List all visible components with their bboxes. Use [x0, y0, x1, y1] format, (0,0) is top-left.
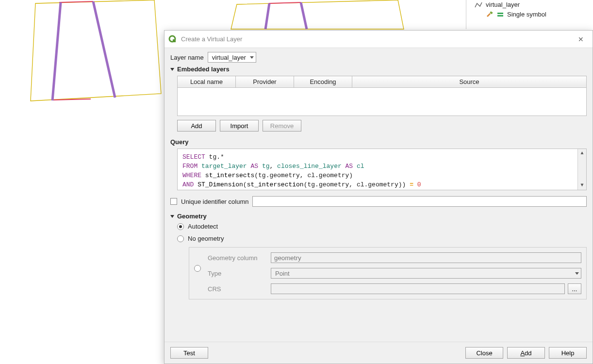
- svg-rect-2: [497, 15, 503, 17]
- paintbrush-icon: [486, 10, 494, 18]
- sql-kw: SELECT: [182, 153, 205, 161]
- layer-name-row: Layer name virtual_layer: [170, 52, 587, 63]
- radio-autodetect-label: Autodetect: [188, 223, 218, 230]
- layer-name: virtual_layer: [486, 1, 520, 8]
- geom-crs-label: CRS: [208, 285, 266, 293]
- scroll-up-icon[interactable]: ▲: [578, 149, 586, 158]
- test-button[interactable]: Test: [170, 347, 208, 359]
- col-source[interactable]: Source: [352, 76, 587, 88]
- crs-browse-button[interactable]: ...: [568, 283, 581, 294]
- layer-style-row[interactable]: Single symbol: [466, 9, 593, 19]
- help-button[interactable]: Help: [549, 347, 587, 359]
- edge-highlight-1: [59, 1, 93, 2]
- edge-highlight-2: [269, 2, 301, 3]
- layer-style-label: Single symbol: [507, 11, 546, 18]
- layer-name-label: Layer name: [170, 54, 204, 61]
- section-embedded-layers[interactable]: Embedded layers: [170, 66, 587, 73]
- dialog-title: Create a Virtual Layer: [181, 35, 573, 43]
- embedded-table-body[interactable]: [177, 88, 587, 116]
- section-label: Geometry: [177, 213, 207, 220]
- sql-func: st_intersects: [205, 172, 254, 179]
- sql-kw: AS: [250, 163, 258, 170]
- scroll-down-icon[interactable]: ▼: [578, 181, 586, 190]
- uic-checkbox[interactable]: [170, 198, 177, 205]
- polygon-2: [231, 0, 404, 29]
- sql-func: ST_Dimension: [198, 181, 243, 188]
- section-geometry[interactable]: Geometry: [170, 213, 587, 220]
- purple-line-1a: [52, 2, 61, 100]
- sql-kw: AS: [346, 163, 353, 170]
- sql-ident: cl: [357, 163, 364, 170]
- single-symbol-icon: [496, 11, 504, 18]
- section-label: Embedded layers: [177, 66, 230, 73]
- sql-kw: AND: [182, 181, 194, 188]
- dialog-footer: Test Close Add Help: [165, 342, 593, 364]
- uic-input[interactable]: [252, 196, 587, 207]
- sql-ident: closes_line_layer: [277, 163, 342, 170]
- col-encoding[interactable]: Encoding: [294, 76, 352, 88]
- layers-panel[interactable]: virtual_layer Single symbol: [466, 0, 593, 29]
- layer-name-value: virtual_layer: [212, 54, 246, 61]
- layer-name-dropdown[interactable]: virtual_layer: [208, 52, 256, 63]
- svg-rect-1: [497, 13, 503, 14]
- geom-col-input[interactable]: [271, 252, 581, 263]
- radio-nogeom[interactable]: [177, 235, 184, 242]
- query-scrollbar[interactable]: ▲ ▼: [577, 149, 586, 190]
- sql-kw: WHERE: [182, 172, 201, 179]
- embedded-table-block: Local name Provider Encoding Source Add …: [170, 76, 587, 132]
- purple-line-1b: [93, 1, 115, 98]
- sql-text: (tg.geometry, cl.geometry): [304, 181, 402, 188]
- sql-text: (tg.geometry, cl.geometry): [254, 172, 353, 179]
- import-embedded-button[interactable]: Import: [220, 120, 259, 132]
- geom-crs-input[interactable]: [271, 283, 565, 294]
- purple-line-2a: [265, 3, 269, 29]
- add-layer-button[interactable]: Add: [507, 347, 545, 359]
- sql-ident: target_layer: [201, 163, 247, 170]
- dialog-create-virtual-layer: Create a Virtual Layer ✕ Layer name virt…: [164, 30, 593, 364]
- radio-autodetect[interactable]: [177, 223, 184, 230]
- geometry-manual-group: Geometry column Type Point CRS ...: [189, 247, 587, 299]
- geom-type-label: Type: [208, 270, 266, 277]
- geom-type-dropdown[interactable]: Point: [271, 268, 581, 279]
- sql-text: (: [243, 181, 247, 188]
- dialog-titlebar[interactable]: Create a Virtual Layer ✕: [165, 31, 593, 48]
- qgis-logo-icon: [168, 35, 177, 44]
- col-local-name[interactable]: Local name: [178, 76, 236, 88]
- query-editor[interactable]: SELECT tg.* FROM target_layer AS tg, clo…: [177, 149, 587, 190]
- collapse-triangle-icon: [170, 215, 174, 218]
- sql-func: st_intersection: [247, 181, 304, 188]
- close-dialog-button[interactable]: Close: [465, 347, 503, 359]
- chevron-down-icon: [575, 272, 579, 275]
- col-provider[interactable]: Provider: [236, 76, 294, 88]
- sql-op: =: [406, 181, 417, 188]
- sql-text: ,: [270, 163, 278, 170]
- close-button[interactable]: ✕: [573, 33, 589, 46]
- collapse-triangle-icon: [170, 68, 174, 71]
- geom-col-label: Geometry column: [208, 254, 266, 262]
- svg-rect-4: [173, 39, 176, 42]
- geom-type-value: Point: [275, 270, 290, 277]
- sql-kw: FROM: [182, 163, 198, 170]
- remove-embedded-button[interactable]: Remove: [263, 120, 301, 132]
- radio-manual[interactable]: [194, 265, 201, 272]
- embedded-table[interactable]: Local name Provider Encoding Source: [177, 76, 587, 88]
- sql-num: 0: [417, 181, 421, 188]
- query-header: Query: [170, 138, 587, 146]
- layer-item[interactable]: virtual_layer: [466, 0, 593, 9]
- line-legend-icon: [474, 1, 483, 8]
- sql-ident: tg: [262, 163, 270, 170]
- add-embedded-button[interactable]: Add: [177, 120, 216, 132]
- uic-label: Unique identifier column: [181, 198, 248, 205]
- purple-line-2b: [301, 2, 307, 29]
- sql-text: tg.*: [205, 153, 224, 161]
- radio-nogeom-label: No geometry: [188, 235, 224, 242]
- chevron-down-icon: [250, 56, 254, 59]
